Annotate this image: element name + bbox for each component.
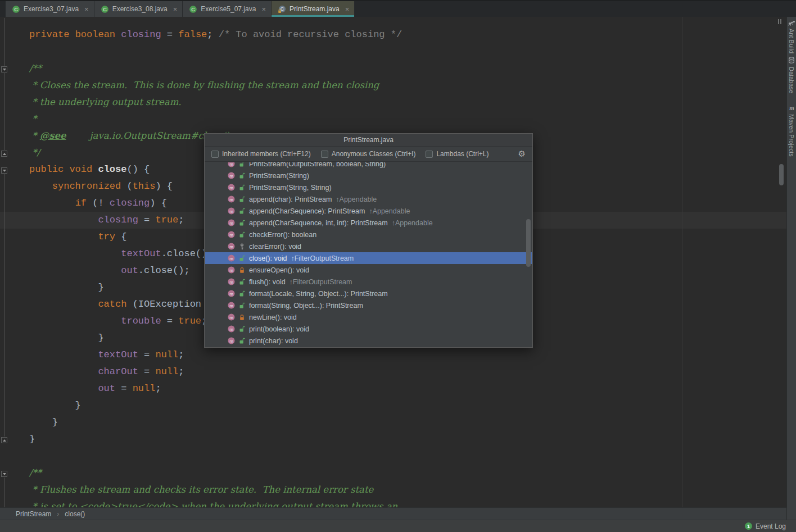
code-token: textOut: [121, 248, 161, 259]
tool-window-label: Database: [788, 67, 795, 93]
code-line[interactable]: * the underlying output stream.: [0, 94, 786, 111]
tab-exercise3-08-java[interactable]: CExercise3_08.java×: [94, 1, 183, 17]
code-line[interactable]: charOut = null;: [0, 363, 786, 380]
editor-scrollbar[interactable]: [779, 164, 784, 185]
fold-marker-icon[interactable]: [1, 151, 7, 157]
code-token: boolean: [75, 29, 115, 40]
editor-grip-icon: [778, 19, 781, 24]
popup-toolbar: Inherited members (Ctrl+F12)Anonymous Cl…: [205, 147, 532, 162]
structure-item-append[interactable]: mappend(CharSequence): PrintStream↑Appen…: [205, 205, 532, 217]
tab-printstream-java[interactable]: CPrintStream.java×: [272, 1, 355, 17]
code-line[interactable]: /**: [0, 60, 786, 77]
tab-exercise3-07-java[interactable]: CExercise3_07.java×: [6, 1, 94, 17]
code-token: * Flushes the stream and checks its erro…: [29, 484, 373, 495]
structure-item-label: print(char): void: [249, 337, 298, 345]
method-icon: m: [228, 325, 235, 333]
code-line[interactable]: }: [0, 397, 786, 414]
structure-item-flush[interactable]: mflush(): void↑FilterOutputStream: [205, 276, 532, 288]
structure-item-append[interactable]: mappend(char): PrintStream↑Appendable: [205, 193, 532, 205]
structure-item-printstream[interactable]: mPrintStream(String, String): [205, 181, 532, 193]
tab-exercise5-07-java[interactable]: CExercise5_07.java×: [183, 1, 272, 17]
code-line[interactable]: out = null;: [0, 380, 786, 397]
structure-item-ensureopen[interactable]: mensureOpen(): void: [205, 264, 532, 276]
filter-label: Anonymous Classes (Ctrl+I): [332, 150, 416, 158]
event-log-button[interactable]: 1 Event Log: [745, 522, 786, 530]
code-line[interactable]: [0, 448, 786, 465]
method-icon: m: [228, 219, 235, 226]
checkbox-icon[interactable]: [211, 151, 219, 158]
checkbox-icon[interactable]: [426, 151, 433, 158]
settings-gear-icon[interactable]: ⚙: [518, 150, 526, 158]
code-line[interactable]: *: [0, 111, 786, 128]
code-line[interactable]: * is set to <code>true</code> when the u…: [0, 498, 786, 507]
tool-window-button-database[interactable]: Database: [787, 57, 796, 93]
code-token: null: [133, 383, 156, 394]
svg-text:m: m: [789, 104, 794, 111]
structure-item-format[interactable]: mformat(Locale, String, Object...): Prin…: [205, 288, 532, 299]
code-line[interactable]: * Closes the stream. This is done by flu…: [0, 77, 786, 94]
filter-inherited-members-ctrl-f12[interactable]: Inherited members (Ctrl+F12): [211, 150, 311, 158]
code-token: [92, 164, 98, 175]
filter-anonymous-classes-ctrl-i[interactable]: Anonymous Classes (Ctrl+I): [321, 150, 416, 158]
tool-window-button-maven-projects[interactable]: mMaven Projects: [787, 104, 796, 157]
status-bar: 1 Event Log: [0, 520, 796, 532]
breadcrumb-item-printstream[interactable]: PrintStream: [16, 510, 51, 518]
structure-item-printstream[interactable]: mPrintStream(OutputStream, boolean, Stri…: [205, 162, 532, 170]
method-icon: m: [228, 231, 235, 238]
popup-title[interactable]: PrintStream.java: [205, 134, 532, 147]
breadcrumb-item-close[interactable]: close(): [65, 510, 85, 518]
code-token: textOut: [98, 349, 138, 360]
popup-scrollbar[interactable]: [526, 219, 531, 267]
checkbox-icon[interactable]: [321, 151, 328, 158]
svg-text:C: C: [14, 7, 18, 12]
structure-item-newline[interactable]: mnewLine(): void: [205, 311, 532, 323]
filter-lambdas-ctrl-l[interactable]: Lambdas (Ctrl+L): [426, 150, 489, 158]
code-token: *: [29, 113, 37, 124]
svg-text:m: m: [229, 339, 233, 344]
fold-marker-icon[interactable]: [1, 66, 7, 72]
code-token: *: [29, 130, 40, 141]
structure-item-clearerror[interactable]: mclearError(): void: [205, 240, 532, 252]
structure-item-append[interactable]: mappend(CharSequence, int, int): PrintSt…: [205, 217, 532, 229]
visibility-pub-icon: [239, 290, 245, 297]
code-token: }: [29, 400, 81, 411]
structure-item-checkerror[interactable]: mcheckError(): boolean: [205, 229, 532, 240]
structure-item-print[interactable]: mprint(char): void: [205, 335, 532, 347]
fold-marker-icon[interactable]: [1, 437, 7, 443]
tab-close-icon[interactable]: ×: [84, 6, 89, 13]
fold-marker-icon[interactable]: [1, 471, 7, 477]
code-token: (: [121, 181, 132, 192]
popup-filters: Inherited members (Ctrl+F12)Anonymous Cl…: [211, 150, 489, 158]
code-line[interactable]: [0, 43, 786, 60]
structure-item-format[interactable]: mformat(String, Object...): PrintStream: [205, 299, 532, 311]
tab-label: Exercise5_07.java: [201, 5, 256, 13]
code-token: * the underlying output stream.: [29, 97, 182, 107]
tab-close-icon[interactable]: ×: [261, 6, 266, 13]
svg-text:m: m: [229, 185, 233, 190]
code-token: close: [98, 164, 126, 175]
structure-item-close[interactable]: mclose(): void↑FilterOutputStream: [205, 252, 532, 264]
structure-item-printstream[interactable]: mPrintStream(String): [205, 170, 532, 181]
code-line[interactable]: private boolean closing = false; /* To a…: [0, 26, 786, 43]
code-token: [29, 198, 75, 208]
method-icon: m: [228, 254, 235, 262]
fold-marker-icon[interactable]: [1, 167, 7, 174]
code-line[interactable]: /**: [0, 465, 786, 481]
visibility-prot-icon: [239, 243, 245, 250]
code-line[interactable]: }: [0, 414, 786, 431]
tool-window-label: Ant Build: [788, 29, 795, 53]
code-token: [29, 299, 98, 310]
code-line[interactable]: textOut = null;: [0, 347, 786, 363]
fold-guide-line: [4, 174, 4, 436]
code-token: }: [29, 417, 58, 428]
tab-close-icon[interactable]: ×: [173, 6, 178, 13]
visibility-pub-icon: [239, 208, 245, 215]
code-line[interactable]: * Flushes the stream and checks its erro…: [0, 481, 786, 498]
svg-text:m: m: [229, 244, 233, 249]
code-line[interactable]: }: [0, 431, 786, 448]
tab-close-icon[interactable]: ×: [345, 6, 350, 13]
tool-window-button-ant-build[interactable]: Ant Build: [787, 19, 796, 53]
java-class-icon: C: [101, 5, 109, 13]
structure-item-print[interactable]: mprint(boolean): void: [205, 323, 532, 335]
code-token: true: [178, 316, 201, 326]
